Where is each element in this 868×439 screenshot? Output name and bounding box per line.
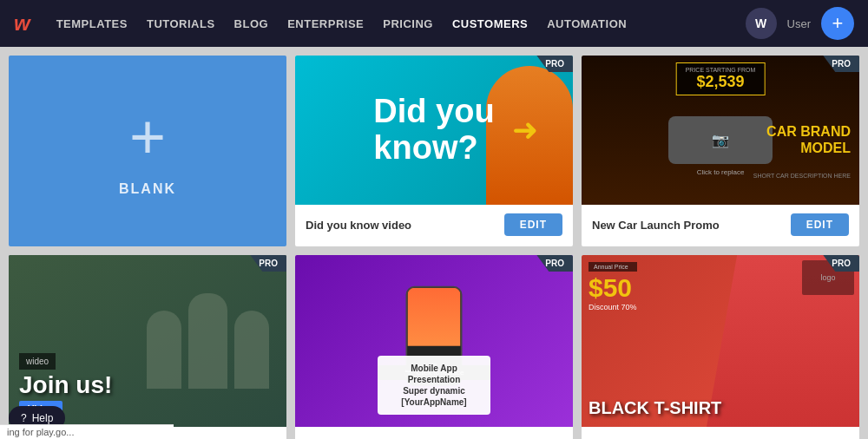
status-bar: ing for play.go...: [0, 424, 174, 439]
tshirt-thumbnail: Annual Price $50 Discount 70% BLACK T-SH…: [582, 255, 859, 427]
dyk-thumbnail: Did youknow? ➜ PRO: [295, 56, 573, 205]
plus-icon: +: [129, 105, 166, 167]
discount-percent: Discount 70%: [589, 303, 637, 311]
join-text: Join us!: [19, 373, 276, 397]
car-brand-text: CAR BRAND MODEL: [766, 123, 851, 156]
car-price: $2,539: [686, 73, 756, 91]
dyk-card-title: Did you know video: [306, 219, 411, 232]
status-text: ing for play.go...: [7, 427, 74, 437]
annual-price-label: Annual Price: [589, 262, 637, 272]
dyk-edit-button[interactable]: EDIT: [504, 213, 562, 236]
dyk-template-card: Did youknow? ➜ PRO Did you know video ED…: [295, 56, 573, 246]
nav-link-blog[interactable]: BLOG: [234, 17, 269, 30]
nav-link-customers[interactable]: CUSTOMERS: [452, 17, 528, 30]
car-template-card: PRICE STARTING FROM $2,539 • • • Click t…: [582, 56, 859, 246]
nav-links: TEMPLATES TUTORIALS BLOG ENTERPRISE PRIC…: [56, 17, 728, 30]
help-label: Help: [32, 412, 54, 424]
mobile-card-footer: [295, 427, 573, 439]
join-thumbnail: wideo Join us! Video PRO: [9, 255, 286, 427]
tshirt-template-card: Annual Price $50 Discount 70% BLACK T-SH…: [582, 255, 859, 439]
username: User: [787, 17, 811, 30]
mobile-bg: 📷 📷 Click to replace Mobile App Presenta…: [295, 255, 573, 427]
nav-link-templates[interactable]: TEMPLATES: [56, 17, 128, 30]
mobile-template-card: 📷 📷 Click to replace Mobile App Presenta…: [295, 255, 573, 439]
tshirt-price: $50: [589, 273, 637, 303]
add-button[interactable]: +: [821, 7, 854, 40]
tshirt-bg: Annual Price $50 Discount 70% BLACK T-SH…: [582, 255, 859, 427]
nav-right: W User +: [746, 7, 854, 40]
join-logo: wideo: [19, 353, 56, 370]
phone-screen: [408, 288, 461, 346]
nav-link-tutorials[interactable]: TUTORIALS: [147, 17, 215, 30]
car-bg: PRICE STARTING FROM $2,539 • • • Click t…: [582, 56, 859, 205]
join-bg: wideo Join us! Video: [9, 255, 286, 427]
navbar: w TEMPLATES TUTORIALS BLOG ENTERPRISE PR…: [0, 0, 868, 47]
arrow-icon: ➜: [512, 112, 538, 148]
mobile-thumbnail: 📷 📷 Click to replace Mobile App Presenta…: [295, 255, 573, 427]
nav-logo[interactable]: w: [14, 11, 30, 36]
tshirt-overlay: Annual Price $50 Discount 70%: [589, 262, 637, 311]
car-edit-button[interactable]: EDIT: [791, 213, 849, 236]
mobile-app-name: [YourAppName]: [388, 396, 480, 408]
nav-link-automation[interactable]: AUTOMATION: [547, 17, 627, 30]
dyk-big-text: Did youknow?: [359, 85, 508, 175]
blank-template-card[interactable]: + BLANK: [9, 56, 286, 246]
tshirt-card-footer: [582, 427, 859, 439]
nav-link-enterprise[interactable]: ENTERPRISE: [287, 17, 364, 30]
mobile-app-title: Mobile App Presentation: [388, 363, 480, 385]
nav-link-pricing[interactable]: PRICING: [383, 17, 433, 30]
car-card-title: New Car Launch Promo: [592, 219, 720, 232]
tshirt-title: BLACK T-SHIRT: [589, 399, 721, 416]
help-icon: ?: [21, 412, 27, 424]
car-price-tag: PRICE STARTING FROM $2,539: [676, 62, 766, 95]
car-price-prefix: PRICE STARTING FROM: [686, 67, 756, 73]
car-description: SHORT CAR DESCRIPTION HERE: [753, 173, 851, 179]
car-image-placeholder: Click to replace: [668, 116, 773, 164]
car-card-footer: New Car Launch Promo EDIT: [582, 205, 859, 246]
mobile-info-card: Mobile App Presentation Super dynamic [Y…: [378, 356, 490, 415]
mobile-app-subtitle: Super dynamic: [388, 385, 480, 396]
template-grid: + BLANK Did youknow? ➜ PRO Did you know …: [0, 47, 868, 439]
car-thumbnail: PRICE STARTING FROM $2,539 • • • Click t…: [582, 56, 859, 205]
click-to-replace-label: Click to replace: [697, 168, 745, 176]
dyk-card-footer: Did you know video EDIT: [295, 205, 573, 246]
blank-label: BLANK: [119, 181, 176, 197]
dyk-bg: Did youknow? ➜: [295, 56, 573, 205]
avatar[interactable]: W: [746, 8, 777, 39]
